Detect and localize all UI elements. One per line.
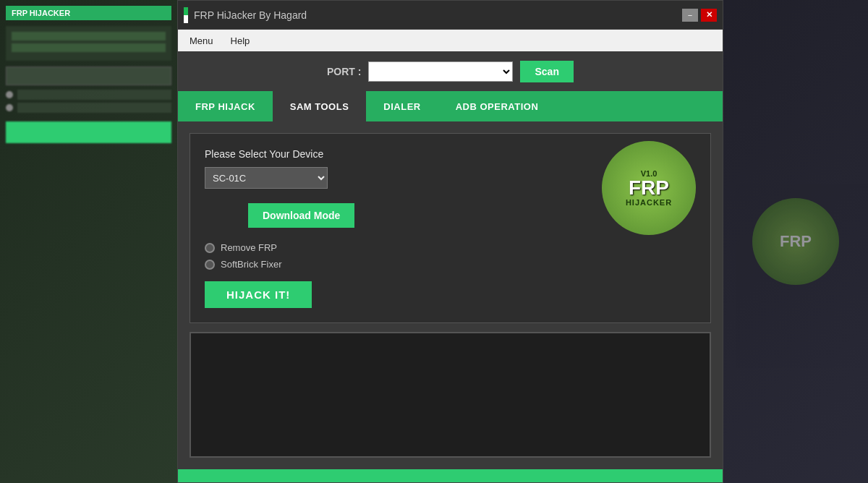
right-panel: FRP: [723, 0, 868, 483]
device-section: Please Select Your Device SC-01C Downloa…: [205, 148, 696, 308]
scan-button[interactable]: Scan: [520, 61, 573, 82]
left-dot-2: [6, 104, 13, 111]
hijack-button[interactable]: HIJACK IT!: [205, 281, 312, 308]
device-label: Please Select Your Device: [205, 148, 573, 160]
frp-logo-subtitle: HIJACKER: [626, 198, 672, 207]
softbrick-fixer-label: SoftBrick Fixer: [221, 259, 282, 270]
frp-panel: Please Select Your Device SC-01C Downloa…: [190, 133, 711, 323]
tab-adb-operation[interactable]: ADB OPERATION: [438, 91, 556, 121]
tab-sam-tools[interactable]: SAM TOOLS: [273, 91, 367, 121]
remove-frp-circle: [205, 243, 215, 253]
content-area: Please Select Your Device SC-01C Downloa…: [178, 121, 723, 469]
left-dot-1: [6, 91, 13, 98]
title-bar-controls: − ✕: [682, 9, 717, 22]
softbrick-fixer-radio[interactable]: SoftBrick Fixer: [205, 259, 573, 270]
remove-frp-label: Remove FRP: [221, 242, 277, 253]
device-select[interactable]: SC-01C: [205, 167, 328, 189]
left-panel-title: FRP HIJACKER: [6, 6, 171, 20]
port-bar: PORT : Scan: [178, 51, 723, 91]
window-title: FRP HiJacker By Hagard: [194, 9, 682, 21]
right-frp-logo: FRP: [752, 198, 839, 285]
bottom-bar: [178, 469, 723, 482]
close-button[interactable]: ✕: [701, 9, 717, 22]
left-text-2: [17, 103, 171, 113]
right-frp-text: FRP: [780, 232, 812, 251]
frp-logo: V1.0 FRP HIJACKER: [602, 141, 696, 235]
tab-dialer[interactable]: DIALER: [366, 91, 438, 121]
softbrick-fixer-circle: [205, 260, 215, 270]
minimize-button[interactable]: −: [682, 9, 698, 22]
title-bar: FRP HiJacker By Hagard − ✕: [178, 1, 723, 30]
menu-bar: Menu Help: [178, 30, 723, 51]
main-window: FRP HiJacker By Hagard − ✕ Menu Help POR…: [177, 0, 723, 483]
left-action-button[interactable]: [6, 121, 171, 143]
port-label: PORT :: [327, 66, 361, 77]
remove-frp-radio[interactable]: Remove FRP: [205, 242, 573, 253]
download-mode-button[interactable]: Download Mode: [248, 203, 354, 228]
tab-bar: FRP HIJACK SAM TOOLS DIALER ADB OPERATIO…: [178, 91, 723, 121]
left-panel: FRP HIJACKER: [0, 0, 177, 483]
device-left: Please Select Your Device SC-01C Downloa…: [205, 148, 573, 308]
frp-logo-title: FRP: [629, 178, 669, 198]
menu-item-help[interactable]: Help: [228, 34, 253, 48]
radio-section: Remove FRP SoftBrick Fixer: [205, 242, 573, 270]
left-text-1: [17, 90, 171, 100]
tab-frp-hijack[interactable]: FRP HIJACK: [178, 91, 273, 121]
log-area: [190, 332, 711, 458]
port-select[interactable]: [368, 61, 513, 82]
flag-icon: [184, 7, 188, 23]
menu-item-menu[interactable]: Menu: [187, 34, 216, 48]
left-input-1[interactable]: [6, 67, 171, 85]
